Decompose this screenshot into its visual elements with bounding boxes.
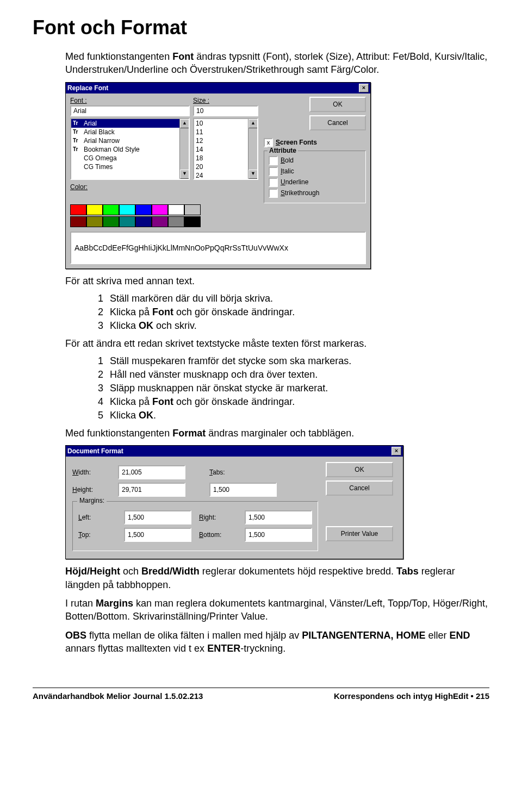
size-input[interactable] xyxy=(193,105,258,116)
scroll-up-icon[interactable]: ▲ xyxy=(180,119,189,128)
page-title: Font och Format xyxy=(33,16,489,39)
width-label: Width: xyxy=(72,469,110,476)
dialog-titlebar[interactable]: Document Format × xyxy=(66,446,403,457)
bold-label: Bold xyxy=(281,157,294,164)
list-item: 3Klicka OK och skriv. xyxy=(87,320,489,332)
list-item[interactable]: TrBookman Old Style xyxy=(71,145,180,154)
scroll-down-icon[interactable]: ▼ xyxy=(180,170,189,179)
document-format-dialog: Document Format × Width: Tabs: Height: M… xyxy=(65,445,403,559)
list-item[interactable]: 24 xyxy=(194,171,248,180)
color-palette xyxy=(70,204,366,227)
color-swatch[interactable] xyxy=(86,216,103,227)
color-swatch[interactable] xyxy=(70,204,86,215)
color-swatch[interactable] xyxy=(184,216,201,227)
paragraph: Med funktionstangenten Format ändras mar… xyxy=(65,427,489,440)
color-swatch[interactable] xyxy=(103,204,119,215)
screen-fonts-label: Screen Fonts xyxy=(276,139,317,146)
color-swatch[interactable] xyxy=(86,204,103,215)
color-swatch[interactable] xyxy=(168,204,184,215)
height-label: Height: xyxy=(72,486,110,494)
replace-font-dialog: Replace Font × Font : TrArial TrArial Bl… xyxy=(65,82,371,269)
list-item[interactable]: TrArial xyxy=(71,119,180,128)
left-input[interactable] xyxy=(124,510,191,524)
height-input[interactable] xyxy=(118,483,185,497)
screen-fonts-checkbox[interactable]: x xyxy=(264,138,273,147)
footer-right: Korrespondens och intyg HighEdit • 215 xyxy=(334,691,489,701)
list-item[interactable]: TrArial Narrow xyxy=(71,136,180,145)
list-item: 3Släpp musknappen när önskat stycke är m… xyxy=(87,383,489,394)
color-swatch[interactable] xyxy=(184,204,201,215)
list-item[interactable]: CG Omega xyxy=(71,154,180,163)
list-item: 1Ställ markören där du vill börja skriva… xyxy=(87,293,489,304)
list-item[interactable]: CG Times xyxy=(71,163,180,171)
color-swatch[interactable] xyxy=(70,216,86,227)
size-listbox[interactable]: 10 11 12 14 18 20 24 ▲▼ xyxy=(193,118,258,180)
font-label: Font : xyxy=(70,97,190,104)
dialog-title: Document Format xyxy=(67,447,123,455)
paragraph: För att ändra ett redan skrivet textstyc… xyxy=(65,337,489,350)
right-input[interactable] xyxy=(245,510,312,524)
dialog-title: Replace Font xyxy=(67,84,108,92)
color-label: Color: xyxy=(70,183,190,191)
list-item: 2Klicka på Font och gör önskade ändringa… xyxy=(87,307,489,318)
top-input[interactable] xyxy=(124,528,191,542)
font-preview: AaBbCcDdEeFfGgHhIiJjKkLlMmNnOoPpQqRrSsTt… xyxy=(70,232,366,264)
list-item: 2Håll ned vänster musknapp och dra över … xyxy=(87,369,489,380)
bottom-input[interactable] xyxy=(245,528,312,542)
strikethrough-label: Strikethrough xyxy=(281,189,319,197)
dialog-titlebar[interactable]: Replace Font × xyxy=(66,83,370,93)
list-item[interactable]: 14 xyxy=(194,145,248,154)
truetype-icon: Tr xyxy=(73,138,82,143)
underline-checkbox[interactable] xyxy=(269,178,278,187)
bold-checkbox[interactable] xyxy=(269,156,278,165)
close-icon[interactable]: × xyxy=(391,447,401,455)
strikethrough-checkbox[interactable] xyxy=(269,189,278,198)
cancel-button[interactable]: Cancel xyxy=(326,480,393,496)
width-input[interactable] xyxy=(118,465,185,479)
top-label: Top: xyxy=(78,531,116,539)
color-swatch[interactable] xyxy=(168,216,184,227)
right-label: Right: xyxy=(199,514,237,521)
italic-label: Italic xyxy=(281,167,294,175)
list-item[interactable]: 11 xyxy=(194,128,248,136)
font-listbox[interactable]: TrArial TrArial Black TrArial Narrow TrB… xyxy=(70,118,190,180)
truetype-icon: Tr xyxy=(73,146,82,152)
color-swatch[interactable] xyxy=(119,216,135,227)
color-swatch[interactable] xyxy=(119,204,135,215)
list-item[interactable]: 10 xyxy=(194,119,248,128)
color-swatch[interactable] xyxy=(135,204,152,215)
footer-left: Användarhandbok Melior Journal 1.5.02.21… xyxy=(33,691,203,701)
left-label: Left: xyxy=(78,514,116,521)
scroll-down-icon[interactable]: ▼ xyxy=(248,170,258,179)
list-item: 1Ställ muspekaren framför det stycke som… xyxy=(87,355,489,367)
color-swatch[interactable] xyxy=(152,216,168,227)
ok-button[interactable]: OK xyxy=(326,462,393,477)
paragraph: Höjd/Height och Bredd/Width reglerar dok… xyxy=(65,565,489,591)
printer-value-button[interactable]: Printer Value xyxy=(326,526,393,541)
color-swatch[interactable] xyxy=(103,216,119,227)
tabs-input[interactable] xyxy=(209,483,277,497)
truetype-icon: Tr xyxy=(73,120,82,126)
cancel-button[interactable]: Cancel xyxy=(309,115,366,130)
bottom-label: Bottom: xyxy=(199,531,237,539)
font-input[interactable] xyxy=(70,105,190,116)
truetype-icon: Tr xyxy=(73,129,82,135)
list-item: 5Klicka OK. xyxy=(87,410,489,421)
scroll-up-icon[interactable]: ▲ xyxy=(248,119,258,128)
list-item[interactable]: 12 xyxy=(194,136,248,145)
list-item[interactable]: TrArial Black xyxy=(71,128,180,136)
list-item[interactable]: 18 xyxy=(194,154,248,163)
color-swatch[interactable] xyxy=(135,216,152,227)
paragraph: I rutan Margins kan man reglera dokument… xyxy=(65,597,489,623)
ok-button[interactable]: OK xyxy=(309,97,366,112)
underline-label: Underline xyxy=(281,178,308,186)
italic-checkbox[interactable] xyxy=(269,167,278,176)
intro-paragraph: Med funktionstangenten Font ändras typsn… xyxy=(65,50,489,77)
list-item[interactable]: 20 xyxy=(194,163,248,171)
close-icon[interactable]: × xyxy=(359,84,369,92)
tabs-label: Tabs: xyxy=(209,469,247,476)
paragraph: OBS flytta mellan de olika fälten i mall… xyxy=(65,629,489,655)
attribute-groupbox: Attribute Bold Italic Underline Striketh… xyxy=(264,151,366,203)
color-swatch[interactable] xyxy=(152,204,168,215)
paragraph: För att skriva med annan text. xyxy=(65,274,489,288)
